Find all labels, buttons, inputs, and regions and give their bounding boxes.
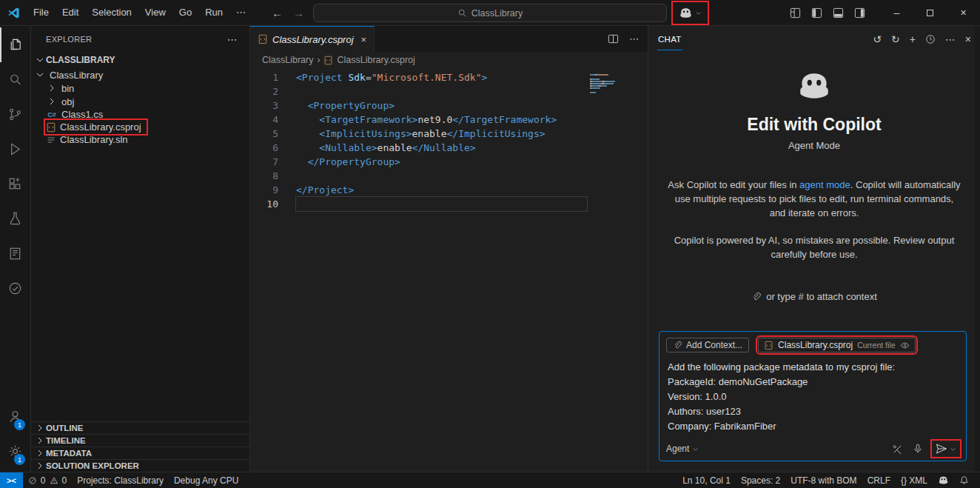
command-center-search[interactable]: ClassLibrary (313, 4, 667, 22)
breadcrumb-item-file[interactable]: ClassLibrary.csproj (337, 55, 415, 65)
copilot-icon (679, 6, 693, 20)
source-control-icon[interactable] (0, 97, 30, 132)
customize-layout-icon[interactable] (790, 7, 801, 19)
forward-icon[interactable]: → (293, 7, 304, 19)
tree-item-obj[interactable]: obj (31, 95, 249, 108)
notifications-bell-icon[interactable] (954, 475, 974, 485)
line-content: <TargetFramework>net9.0</TargetFramework… (296, 113, 587, 127)
status-crlf[interactable]: CRLF (862, 475, 896, 486)
search-view-icon[interactable] (0, 62, 30, 97)
projects-status[interactable]: Projects: ClassLibrary (72, 475, 169, 486)
close-panel-icon[interactable]: × (965, 33, 971, 45)
nav-arrows: ← → (272, 7, 304, 19)
minimize-button[interactable]: – (880, 0, 913, 25)
menubar: FileEditSelectionViewGoRun⋯ (27, 4, 252, 21)
mode-dropdown[interactable]: Agent (666, 444, 699, 454)
problems-status[interactable]: 0 0 (23, 475, 72, 486)
menu-edit[interactable]: Edit (56, 4, 85, 21)
menu-view[interactable]: View (138, 4, 172, 21)
code-line-3[interactable]: 3 <PropertyGroup> (250, 98, 648, 113)
line-content: <Project Sdk="Microsoft.NET.Sdk"> (296, 70, 587, 84)
code-line-7[interactable]: 7 </PropertyGroup> (250, 155, 648, 169)
copilot-titlebar-button[interactable] (674, 3, 707, 23)
send-button[interactable] (933, 441, 959, 456)
menu-go[interactable]: Go (172, 4, 198, 21)
minimap[interactable] (590, 74, 636, 96)
settings-gear-icon[interactable]: 1 (0, 434, 30, 469)
chat-input-box[interactable]: Add Context... ClassLibrary.csproj Curre… (659, 331, 967, 461)
code-editor[interactable]: 1<Project Sdk="Microsoft.NET.Sdk">23 <Pr… (250, 68, 648, 472)
chat-welcome: Edit with Copilot Agent Mode Ask Copilot… (648, 53, 980, 331)
status-spaces-2[interactable]: Spaces: 2 (736, 475, 785, 486)
menu-selection[interactable]: Selection (85, 4, 138, 21)
chat-scrollbar[interactable] (975, 26, 980, 472)
line-content: <PropertyGroup> (296, 98, 587, 113)
tools-icon[interactable] (892, 444, 903, 455)
breadcrumb-item-folder[interactable]: ClassLibrary (262, 55, 313, 65)
code-line-10[interactable]: 10 (250, 197, 648, 211)
accounts-icon[interactable]: 1 (0, 399, 30, 434)
code-line-9[interactable]: 9</Project> (250, 183, 648, 197)
code-line-6[interactable]: 6 <Nullable>enable</Nullable> (250, 141, 648, 155)
code-line-2[interactable]: 2 (250, 84, 648, 98)
code-line-1[interactable]: 1<Project Sdk="Microsoft.NET.Sdk"> (250, 70, 648, 84)
tree-item-classlibrary-csproj[interactable]: ClassLibrary.csproj (31, 121, 249, 133)
back-icon[interactable]: ← (272, 7, 283, 19)
testing-icon[interactable] (0, 201, 30, 236)
build-config-status[interactable]: Debug Any CPU (169, 475, 244, 486)
menu-file[interactable]: File (27, 4, 56, 21)
layout-controls (790, 7, 865, 19)
close-tab-icon[interactable]: × (361, 34, 367, 45)
tree-item-bin[interactable]: bin (31, 81, 249, 95)
toggle-panel-icon[interactable] (833, 7, 844, 19)
toggle-secondary-sidebar-icon[interactable] (854, 7, 865, 19)
tree-item-label: ClassLibrary (50, 70, 103, 81)
code-line-5[interactable]: 5 <ImplicitUsings>enable</ImplicitUsings… (250, 127, 648, 141)
add-context-button[interactable]: Add Context... (666, 338, 749, 352)
csproj-file-icon (764, 341, 773, 350)
redo-icon[interactable]: ↻ (891, 33, 900, 45)
chat-prompt-text[interactable]: Add the following package metadata to my… (666, 352, 959, 440)
close-button[interactable]: × (947, 0, 980, 25)
chat-paragraph-2: Copilot is powered by AI, so mistakes ar… (668, 233, 961, 261)
tab-chat[interactable]: CHAT (657, 28, 682, 50)
status-xml[interactable]: {} XML (896, 475, 933, 486)
section-solution-explorer[interactable]: SOLUTION EXPLORER (31, 459, 249, 472)
run-debug-icon[interactable] (0, 132, 30, 167)
more-actions-icon[interactable]: ⋯ (945, 33, 956, 45)
code-line-4[interactable]: 4 <TargetFramework>net9.0</TargetFramewo… (250, 113, 648, 127)
section-timeline[interactable]: TIMELINE (31, 434, 249, 447)
explorer-icon[interactable] (0, 27, 30, 62)
docs-view-icon[interactable] (0, 236, 30, 271)
split-editor-icon[interactable] (608, 33, 619, 44)
code-line-8[interactable]: 8 (250, 169, 648, 183)
extensions-icon[interactable] (0, 167, 30, 201)
check-circle-view-icon[interactable] (0, 271, 30, 306)
agent-mode-link[interactable]: agent mode (799, 179, 850, 190)
mic-icon[interactable] (913, 444, 923, 454)
attach-context-hint: or type # to attach context (751, 291, 877, 302)
maximize-button[interactable] (913, 0, 947, 25)
new-chat-icon[interactable]: + (910, 33, 916, 45)
explorer-root-section[interactable]: CLASSLIBRARY (31, 52, 249, 68)
tree-item-classlibrary-sln[interactable]: ClassLibrary.sln (31, 133, 249, 146)
undo-icon[interactable]: ↺ (873, 33, 882, 45)
menu-more[interactable]: ⋯ (229, 4, 252, 21)
section-outline[interactable]: OUTLINE (31, 421, 249, 434)
line-number: 3 (250, 98, 296, 113)
tab-classlibrary-csproj[interactable]: ClassLibrary.csproj × (250, 26, 375, 52)
more-actions-icon[interactable]: ⋯ (629, 33, 639, 44)
history-icon[interactable] (925, 34, 936, 44)
section-metadata[interactable]: METADATA (31, 447, 249, 459)
toggle-sidebar-icon[interactable] (811, 7, 822, 19)
tree-item-classlibrary[interactable]: ClassLibrary (31, 68, 249, 81)
status-utf-8-with-bom[interactable]: UTF-8 with BOM (785, 475, 862, 486)
menu-run[interactable]: Run (198, 4, 229, 21)
more-actions-icon[interactable]: ⋯ (227, 33, 238, 45)
copilot-status-icon[interactable] (933, 475, 954, 486)
remote-indicator[interactable]: >< (0, 472, 23, 488)
eye-icon[interactable] (900, 341, 910, 350)
status-ln-10-col-1[interactable]: Ln 10, Col 1 (677, 475, 736, 486)
current-file-chip[interactable]: ClassLibrary.csproj Current file (758, 338, 916, 352)
tree-item-class1-cs[interactable]: C#Class1.cs (31, 108, 249, 121)
